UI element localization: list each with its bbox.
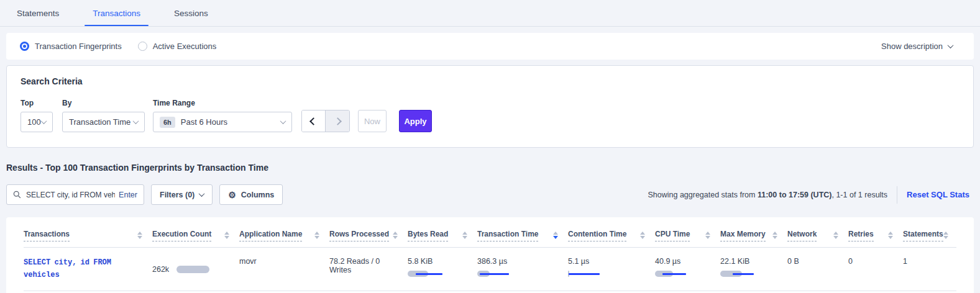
execution-count-value: 262k (152, 265, 169, 274)
gear-icon: ⚙ (228, 191, 236, 199)
time-range-select[interactable]: 6h Past 6 Hours (153, 112, 292, 132)
cell-statements: 1 (903, 248, 956, 291)
top-select-value: 100 (27, 117, 41, 127)
radio-active-executions[interactable]: Active Executions (138, 42, 217, 51)
chevron-down-icon (199, 191, 205, 197)
column-label: Application Name (239, 230, 302, 241)
radio-label: Active Executions (153, 42, 217, 51)
tab-sessions[interactable]: Sessions (157, 0, 225, 26)
apply-button[interactable]: Apply (399, 110, 432, 132)
column-label: Transactions (24, 230, 70, 241)
sort-icon (393, 230, 398, 239)
cell-contention-time: 5.1 µs (568, 248, 655, 291)
results-toolbar: Enter Filters (0) ⚙ Columns Showing aggr… (6, 184, 974, 205)
column-label: Statements (903, 230, 943, 241)
column-header-rows-processed[interactable]: Rows Processed (329, 221, 408, 241)
column-label: Max Memory (720, 230, 766, 241)
top-tab-bar: Statements Transactions Sessions (0, 0, 980, 27)
column-label: Execution Count (152, 230, 211, 241)
contention-time-value: 5.1 µs (568, 257, 646, 266)
sql-search-input[interactable] (26, 191, 115, 199)
now-button[interactable]: Now (358, 110, 387, 132)
stats-range: 11:00 to 17:59 (UTC) (758, 191, 831, 199)
sort-icon (462, 230, 467, 239)
tab-transactions[interactable]: Transactions (76, 0, 157, 26)
contention-time-stddev-bar (568, 270, 613, 277)
chevron-down-icon (133, 118, 139, 124)
network-value: 0 B (787, 257, 799, 266)
cell-application-name: movr (239, 248, 329, 291)
cell-execution-count: 262k (152, 248, 239, 291)
next-time-window-button[interactable] (326, 110, 349, 132)
search-criteria-title: Search Criteria (21, 76, 959, 86)
top-control-group: Top 100 (21, 99, 62, 132)
filters-label: Filters (0) (160, 191, 195, 199)
column-label: Retries (848, 230, 874, 241)
by-label: By (62, 99, 153, 107)
chevron-left-icon (309, 117, 318, 125)
cell-cpu-time: 40.9 µs (655, 248, 720, 291)
sort-icon (888, 230, 893, 239)
table-row: SELECT city, id FROM vehicles 262k movr … (24, 248, 956, 291)
column-label: Rows Processed (329, 230, 389, 241)
sort-icon (705, 230, 710, 239)
previous-time-window-button[interactable] (302, 110, 326, 132)
columns-button[interactable]: ⚙ Columns (219, 184, 283, 205)
column-header-max-memory[interactable]: Max Memory (720, 221, 787, 241)
sort-icon (833, 230, 838, 239)
column-header-cpu-time[interactable]: CPU Time (655, 221, 720, 241)
top-label: Top (21, 99, 62, 107)
column-header-application-name[interactable]: Application Name (239, 221, 329, 241)
stats-suffix: , 1-1 of 1 results (831, 191, 887, 199)
search-icon (13, 191, 21, 199)
column-header-contention-time[interactable]: Contention Time (568, 221, 655, 241)
column-header-bytes-read[interactable]: Bytes Read (408, 221, 477, 241)
column-label: CPU Time (655, 230, 690, 241)
sort-icon (640, 230, 645, 239)
chevron-down-icon (41, 118, 47, 124)
sort-icon (943, 230, 948, 239)
by-select[interactable]: Transaction Time (62, 112, 145, 132)
cell-retries: 0 (848, 248, 903, 291)
column-header-network[interactable]: Network (787, 221, 848, 241)
column-header-statements[interactable]: Statements (903, 221, 958, 241)
column-header-transaction-time[interactable]: Transaction Time (477, 221, 568, 241)
by-control-group: By Transaction Time (62, 99, 153, 132)
column-label: Network (787, 230, 817, 241)
by-select-value: Transaction Time (69, 117, 131, 127)
cell-bytes-read: 5.8 KiB (408, 248, 477, 291)
sort-icon (314, 230, 319, 239)
transaction-fingerprint-link[interactable]: SELECT city, id FROM vehicles (24, 257, 134, 282)
cell-transactions: SELECT city, id FROM vehicles (24, 248, 152, 291)
vertical-divider (897, 186, 897, 204)
time-range-control-group: Time Range 6h Past 6 Hours (153, 99, 301, 132)
filters-button[interactable]: Filters (0) (151, 184, 213, 205)
sql-search-box[interactable]: Enter (6, 184, 144, 205)
chevron-down-icon (948, 42, 954, 48)
transaction-time-stddev-bar (477, 270, 522, 277)
column-label: Bytes Read (408, 230, 448, 241)
column-header-execution-count[interactable]: Execution Count (152, 221, 239, 241)
cpu-time-value: 40.9 µs (655, 257, 712, 266)
time-range-label: Time Range (153, 99, 301, 107)
columns-label: Columns (241, 191, 274, 199)
time-range-badge: 6h (160, 117, 175, 128)
sort-icon (137, 230, 142, 239)
table-header-row: Transactions Execution Count Application… (24, 221, 956, 248)
tab-statements[interactable]: Statements (0, 0, 76, 26)
aggregated-stats-text: Showing aggregated stats from 11:00 to 1… (648, 191, 887, 199)
show-description-toggle[interactable]: Show description (881, 42, 960, 51)
bytes-read-stddev-bar (408, 270, 452, 277)
column-label: Contention Time (568, 230, 626, 241)
top-select[interactable]: 100 (21, 112, 53, 132)
column-header-transactions[interactable]: Transactions (24, 221, 152, 241)
radio-transaction-fingerprints[interactable]: Transaction Fingerprints (20, 42, 122, 51)
bytes-read-value: 5.8 KiB (408, 257, 469, 266)
cell-rows-processed: 78.2 Reads / 0 Writes (329, 248, 408, 291)
column-header-retries[interactable]: Retries (848, 221, 903, 241)
max-memory-value: 22.1 KiB (720, 257, 779, 266)
reset-sql-stats-link[interactable]: Reset SQL Stats (907, 190, 969, 199)
transaction-time-value: 386.3 µs (477, 257, 559, 266)
max-memory-stddev-bar (720, 270, 765, 277)
time-range-value: Past 6 Hours (181, 117, 227, 127)
